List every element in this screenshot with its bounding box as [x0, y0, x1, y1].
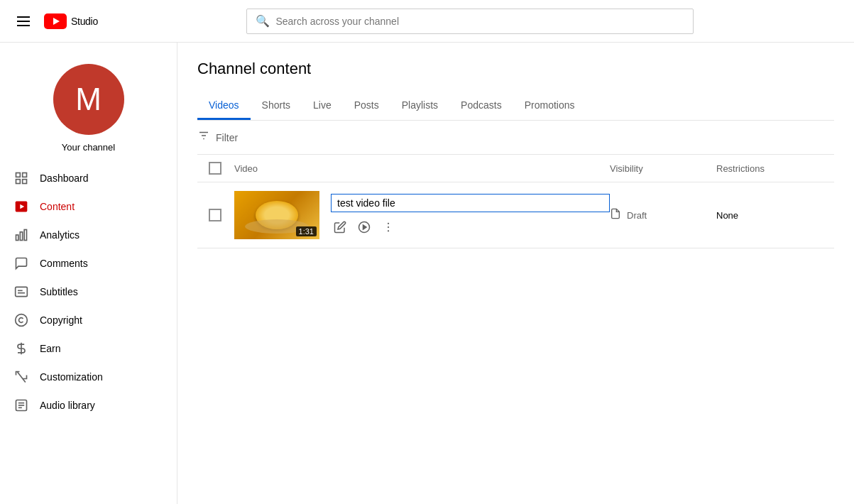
- video-actions: [331, 218, 610, 236]
- header: Studio 🔍: [0, 0, 854, 43]
- svg-rect-8: [16, 235, 18, 241]
- sidebar-item-content-label: Content: [40, 201, 75, 212]
- video-thumbnail: 1:31: [234, 191, 319, 239]
- avatar: M: [53, 64, 124, 135]
- tab-promotions[interactable]: Promotions: [513, 92, 586, 120]
- col-header-visibility: Visibility: [610, 163, 716, 174]
- tab-playlists[interactable]: Playlists: [390, 92, 449, 120]
- grid-icon: [14, 171, 28, 185]
- sidebar-item-earn[interactable]: Earn: [0, 334, 177, 363]
- svg-point-26: [388, 223, 389, 224]
- sidebar-item-analytics-label: Analytics: [40, 229, 80, 241]
- visibility-value: Draft: [627, 210, 647, 221]
- header-checkbox-container: [209, 162, 234, 175]
- tab-posts[interactable]: Posts: [343, 92, 390, 120]
- search-icon: 🔍: [256, 14, 270, 28]
- subtitles-icon: [14, 285, 28, 299]
- tabs: Videos Shorts Live Posts Playlists Podca…: [197, 92, 834, 121]
- table-header: Video Visibility Restrictions: [197, 155, 834, 182]
- svg-point-27: [388, 226, 389, 228]
- svg-rect-5: [23, 180, 27, 184]
- filter-bar: Filter: [197, 121, 834, 155]
- play-icon: [14, 199, 28, 214]
- sidebar-item-earn-label: Earn: [40, 343, 61, 354]
- col-header-restrictions: Restrictions: [716, 163, 823, 174]
- sidebar-item-analytics[interactable]: Analytics: [0, 221, 177, 249]
- video-duration: 1:31: [296, 226, 317, 236]
- sidebar-item-customization-label: Customization: [40, 371, 103, 383]
- filter-label: Filter: [216, 132, 238, 143]
- dollar-icon: [14, 341, 28, 356]
- visibility-cell: Draft: [610, 208, 716, 222]
- logo-container: Studio: [44, 13, 98, 29]
- preview-button[interactable]: [355, 218, 373, 236]
- col-header-video: Video: [234, 163, 610, 174]
- table-row: 1:31: [197, 182, 834, 248]
- sidebar-item-content[interactable]: Content: [0, 192, 177, 221]
- page-title: Channel content: [197, 60, 834, 78]
- copyright-icon: [14, 313, 28, 327]
- header-left: Studio: [11, 11, 98, 32]
- sidebar-item-customization[interactable]: Customization: [0, 363, 177, 391]
- sidebar-item-audio-library[interactable]: Audio library: [0, 391, 177, 420]
- svg-point-14: [16, 314, 28, 327]
- draft-doc-icon: [610, 208, 621, 222]
- hamburger-icon[interactable]: [11, 11, 35, 32]
- wand-icon: [14, 370, 28, 384]
- sidebar-item-copyright[interactable]: Copyright: [0, 306, 177, 334]
- tab-live[interactable]: Live: [302, 92, 343, 120]
- sidebar-item-comments-label: Comments: [40, 258, 88, 269]
- more-options-button[interactable]: [379, 218, 398, 236]
- tab-podcasts[interactable]: Podcasts: [449, 92, 513, 120]
- tab-videos[interactable]: Videos: [197, 92, 251, 120]
- sidebar-item-copyright-label: Copyright: [40, 314, 82, 326]
- svg-marker-25: [363, 225, 367, 229]
- select-all-checkbox[interactable]: [209, 162, 221, 175]
- svg-rect-2: [16, 173, 21, 177]
- sidebar-item-dashboard[interactable]: Dashboard: [0, 164, 177, 192]
- sidebar-item-subtitles[interactable]: Subtitles: [0, 278, 177, 306]
- svg-rect-3: [23, 173, 27, 177]
- sidebar-item-subtitles-label: Subtitles: [40, 286, 78, 297]
- search-input-container: 🔍: [246, 9, 694, 34]
- bar-chart-icon: [14, 228, 28, 242]
- search-bar: 🔍: [98, 9, 843, 34]
- layout: M Your channel Dashboard Content: [0, 0, 854, 504]
- svg-rect-11: [16, 287, 28, 296]
- restrictions-value: None: [716, 210, 738, 221]
- youtube-logo-icon: [44, 13, 67, 29]
- tab-shorts[interactable]: Shorts: [251, 92, 302, 120]
- comment-icon: [14, 256, 28, 270]
- restrictions-cell: None: [716, 210, 823, 221]
- edit-button[interactable]: [331, 218, 349, 236]
- studio-label: Studio: [71, 16, 98, 27]
- svg-point-28: [388, 230, 389, 231]
- sidebar-item-audio-library-label: Audio library: [40, 400, 95, 411]
- audio-icon: [14, 398, 28, 412]
- svg-rect-9: [20, 232, 22, 241]
- sidebar-item-dashboard-label: Dashboard: [40, 172, 89, 184]
- sidebar: M Your channel Dashboard Content: [0, 43, 177, 504]
- main-content: Channel content Videos Shorts Live Posts…: [177, 43, 854, 504]
- channel-name: Your channel: [62, 142, 115, 153]
- sidebar-item-comments[interactable]: Comments: [0, 249, 177, 278]
- channel-info: M Your channel: [0, 50, 177, 164]
- svg-line-16: [17, 372, 26, 383]
- search-input[interactable]: [275, 16, 684, 27]
- row-checkbox[interactable]: [209, 209, 221, 221]
- row-checkbox-container: [209, 209, 234, 221]
- svg-rect-4: [16, 180, 21, 184]
- video-info: [331, 194, 610, 236]
- svg-rect-10: [24, 230, 26, 241]
- filter-icon: [197, 129, 210, 146]
- video-title-input[interactable]: [331, 194, 610, 212]
